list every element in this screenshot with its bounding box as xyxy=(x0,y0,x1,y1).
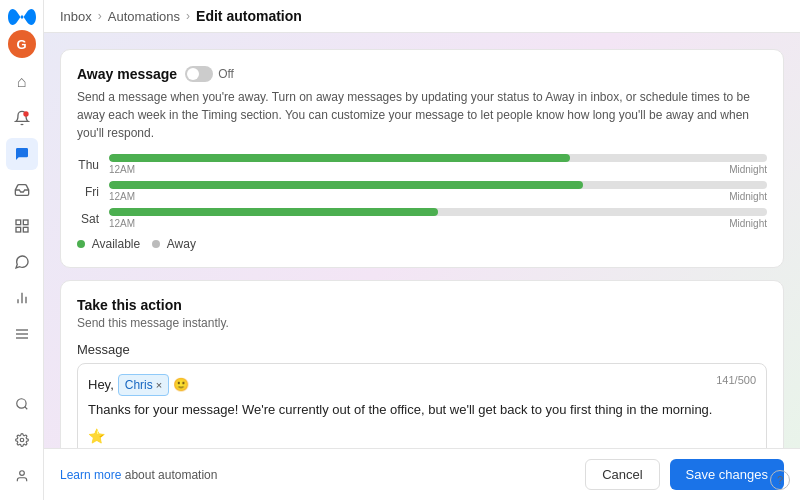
message-label: Message xyxy=(77,342,767,357)
svg-point-13 xyxy=(20,438,24,442)
toggle-switch[interactable] xyxy=(185,66,213,82)
day-label-sat: Sat xyxy=(77,212,99,226)
schedule-row-fri: Fri 12AM Midnight xyxy=(77,181,767,202)
svg-point-14 xyxy=(19,471,24,476)
user-avatar[interactable]: G xyxy=(8,30,36,58)
meta-logo xyxy=(8,8,36,26)
learn-more-link[interactable]: Learn more xyxy=(60,468,121,482)
message-prefix: Hey, xyxy=(88,375,114,395)
schedule-legend: Available Away xyxy=(77,237,767,251)
sidebar-item-comments[interactable] xyxy=(6,246,38,278)
bar-track-fri xyxy=(109,181,767,189)
bar-labels-fri: 12AM Midnight xyxy=(109,191,767,202)
bar-labels-sat: 12AM Midnight xyxy=(109,218,767,229)
bar-track-thu xyxy=(109,154,767,162)
away-toggle[interactable]: Off xyxy=(185,66,234,82)
breadcrumb-automations[interactable]: Automations xyxy=(108,9,180,24)
emoji-star: ⭐ xyxy=(88,428,105,444)
bar-labels-thu: 12AM Midnight xyxy=(109,164,767,175)
bar-end-fri: Midnight xyxy=(729,191,767,202)
bar-fill-sat xyxy=(109,208,438,216)
day-label-thu: Thu xyxy=(77,158,99,172)
breadcrumb-sep-2: › xyxy=(186,9,190,23)
message-box[interactable]: 141/500 Hey, Chris × 🙂 Thanks for your m… xyxy=(77,363,767,448)
schedule-row-thu: Thu 12AM Midnight xyxy=(77,154,767,175)
away-dot xyxy=(152,240,160,248)
action-description: Send this message instantly. xyxy=(77,316,767,330)
search-icon-btn[interactable] xyxy=(6,388,38,420)
bar-end-sat: Midnight xyxy=(729,218,767,229)
bar-end-thu: Midnight xyxy=(729,164,767,175)
sidebar-item-notifications[interactable] xyxy=(6,102,38,134)
sidebar-item-grid[interactable] xyxy=(6,210,38,242)
footer-actions: Cancel Save changes xyxy=(585,459,784,490)
footer-learn-more: Learn more about automation xyxy=(60,468,217,482)
settings-icon-btn[interactable] xyxy=(6,424,38,456)
bar-start-fri: 12AM xyxy=(109,191,135,202)
bar-fill-thu xyxy=(109,154,570,162)
cancel-button[interactable]: Cancel xyxy=(585,459,659,490)
schedule-row-sat: Sat 12AM Midnight xyxy=(77,208,767,229)
sidebar-item-chat[interactable] xyxy=(6,138,38,170)
save-button[interactable]: Save changes xyxy=(670,459,784,490)
away-message-title: Away message xyxy=(77,66,177,82)
sidebar-item-analytics[interactable] xyxy=(6,282,38,314)
bar-sat: 12AM Midnight xyxy=(109,208,767,229)
sidebar-item-inbox[interactable] xyxy=(6,174,38,206)
legend-available: Available xyxy=(77,237,140,251)
away-message-card: Away message Off Send a message when you… xyxy=(60,49,784,268)
sidebar: G ⌂ xyxy=(0,0,44,500)
svg-rect-3 xyxy=(16,227,21,232)
day-label-fri: Fri xyxy=(77,185,99,199)
bar-fill-fri xyxy=(109,181,583,189)
svg-point-11 xyxy=(16,399,25,408)
toggle-label: Off xyxy=(218,67,234,81)
page-header: Inbox › Automations › Edit automation xyxy=(44,0,800,33)
message-suffix: Thanks for your message! We're currently… xyxy=(88,400,712,420)
mention-remove[interactable]: × xyxy=(156,377,162,394)
main-content: Inbox › Automations › Edit automation Aw… xyxy=(44,0,800,500)
bar-start-thu: 12AM xyxy=(109,164,135,175)
svg-line-12 xyxy=(24,407,27,410)
available-dot xyxy=(77,240,85,248)
svg-point-0 xyxy=(23,111,28,116)
sidebar-item-home[interactable]: ⌂ xyxy=(6,66,38,98)
help-icon[interactable]: ? xyxy=(770,470,790,490)
breadcrumb-current: Edit automation xyxy=(196,8,302,24)
breadcrumb-inbox[interactable]: Inbox xyxy=(60,9,92,24)
action-card: Take this action Send this message insta… xyxy=(60,280,784,448)
mention-tag[interactable]: Chris × xyxy=(118,374,169,396)
away-message-description: Send a message when you're away. Turn on… xyxy=(77,88,767,142)
svg-rect-1 xyxy=(16,220,21,225)
bar-thu: 12AM Midnight xyxy=(109,154,767,175)
breadcrumb: Inbox › Automations › Edit automation xyxy=(60,8,302,24)
bar-start-sat: 12AM xyxy=(109,218,135,229)
legend-away: Away xyxy=(152,237,196,251)
bar-track-sat xyxy=(109,208,767,216)
message-emoji: 🙂 xyxy=(173,375,189,395)
message-content: Hey, Chris × 🙂 Thanks for your message! … xyxy=(88,374,756,420)
content-area: Away message Off Send a message when you… xyxy=(44,33,800,448)
bar-fri: 12AM Midnight xyxy=(109,181,767,202)
char-count: 141/500 xyxy=(716,372,756,389)
sidebar-item-menu[interactable] xyxy=(6,318,38,350)
svg-rect-2 xyxy=(23,220,28,225)
action-title: Take this action xyxy=(77,297,767,313)
breadcrumb-sep-1: › xyxy=(98,9,102,23)
away-message-header: Away message Off xyxy=(77,66,767,82)
svg-rect-4 xyxy=(23,227,28,232)
page-footer: Learn more about automation Cancel Save … xyxy=(44,448,800,500)
mention-name: Chris xyxy=(125,376,153,394)
profile-icon-btn[interactable] xyxy=(6,460,38,492)
